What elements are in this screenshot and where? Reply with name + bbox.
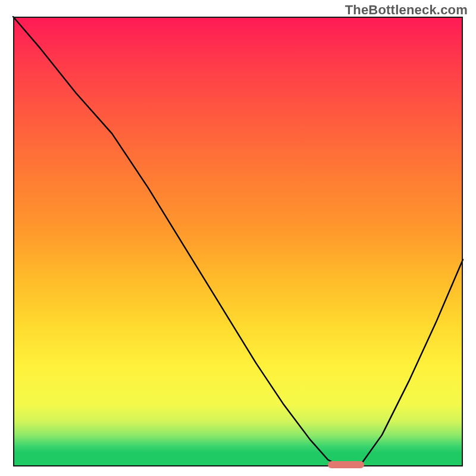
chart-plot-area xyxy=(13,17,463,466)
watermark-text: TheBottleneck.com xyxy=(345,2,468,18)
chart-curve xyxy=(13,17,463,466)
optimal-point-marker xyxy=(328,461,364,468)
